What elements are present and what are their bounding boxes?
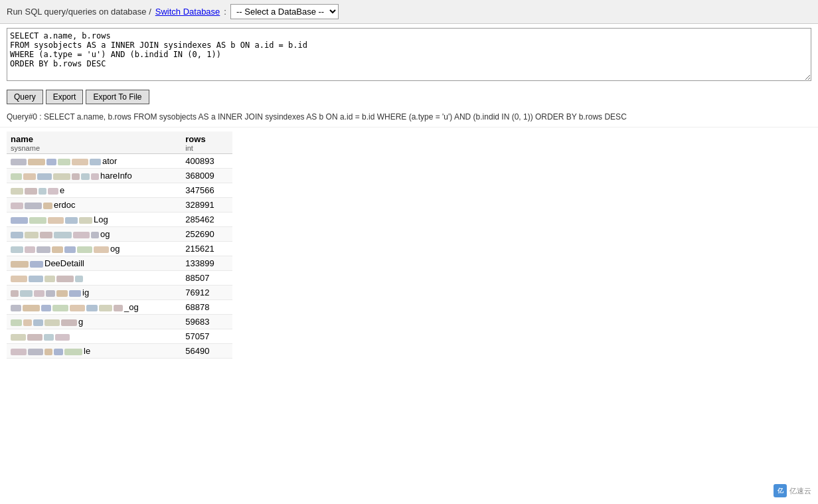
table-row: 57057 bbox=[7, 329, 232, 344]
query-button[interactable]: Query bbox=[7, 90, 43, 104]
cell-rows: 88507 bbox=[181, 271, 232, 286]
table-row: 88507 bbox=[7, 271, 232, 286]
cell-name: og bbox=[7, 242, 181, 256]
cell-rows: 76912 bbox=[181, 286, 232, 300]
cell-rows: 328991 bbox=[181, 198, 232, 212]
table-row: hareInfo368009 bbox=[7, 169, 232, 183]
button-bar: Query Export Export To File bbox=[0, 87, 818, 110]
cell-name: e bbox=[7, 183, 181, 198]
table-header-row: name sysname rows int bbox=[7, 131, 232, 154]
col-header-rows: rows int bbox=[181, 131, 232, 154]
cell-name: og bbox=[7, 227, 181, 242]
sql-query-input[interactable]: SELECT a.name, b.rows FROM sysobjects AS… bbox=[7, 28, 811, 81]
cell-name bbox=[7, 271, 181, 286]
cell-name: le bbox=[7, 344, 181, 359]
cell-rows: 252690 bbox=[181, 227, 232, 242]
table-row: g59683 bbox=[7, 315, 232, 329]
table-row: ig76912 bbox=[7, 286, 232, 300]
header-label: Run SQL query/queries on database / bbox=[7, 7, 151, 17]
table-row: og252690 bbox=[7, 227, 232, 242]
cell-rows: 347566 bbox=[181, 183, 232, 198]
export-to-file-button[interactable]: Export To File bbox=[86, 90, 149, 104]
table-row: Log285462 bbox=[7, 212, 232, 227]
export-button[interactable]: Export bbox=[46, 90, 84, 104]
cell-name: hareInfo bbox=[7, 169, 181, 183]
cell-rows: 59683 bbox=[181, 315, 232, 329]
cell-rows: 68878 bbox=[181, 300, 232, 315]
col-header-name: name sysname bbox=[7, 131, 181, 154]
results-table: name sysname rows int ator400893hareInfo… bbox=[7, 131, 232, 359]
cell-rows: 368009 bbox=[181, 169, 232, 183]
table-row: og215621 bbox=[7, 242, 232, 256]
table-row: ator400893 bbox=[7, 154, 232, 169]
cell-rows: 285462 bbox=[181, 212, 232, 227]
table-row: e347566 bbox=[7, 183, 232, 198]
cell-rows: 215621 bbox=[181, 242, 232, 256]
cell-rows: 56490 bbox=[181, 344, 232, 359]
cell-name: g bbox=[7, 315, 181, 329]
switch-database-link[interactable]: Switch Database bbox=[155, 7, 220, 17]
cell-name: _og bbox=[7, 300, 181, 315]
cell-name: erdoc bbox=[7, 198, 181, 212]
table-row: erdoc328991 bbox=[7, 198, 232, 212]
query-summary: Query#0 : SELECT a.name, b.rows FROM sys… bbox=[0, 110, 818, 127]
cell-rows: 57057 bbox=[181, 329, 232, 344]
header-bar: Run SQL query/queries on database / Swit… bbox=[0, 0, 818, 24]
cell-name: ig bbox=[7, 286, 181, 300]
colon: : bbox=[224, 7, 226, 17]
cell-rows: 400893 bbox=[181, 154, 232, 169]
table-row: le56490 bbox=[7, 344, 232, 359]
cell-name: Log bbox=[7, 212, 181, 227]
cell-rows: 133899 bbox=[181, 256, 232, 271]
table-row: DeeDetaill133899 bbox=[7, 256, 232, 271]
cell-name bbox=[7, 329, 181, 344]
results-table-container: name sysname rows int ator400893hareInfo… bbox=[0, 127, 818, 363]
cell-name: ator bbox=[7, 154, 181, 169]
table-row: _og68878 bbox=[7, 300, 232, 315]
cell-name: DeeDetaill bbox=[7, 256, 181, 271]
database-select[interactable]: -- Select a DataBase -- bbox=[230, 4, 339, 19]
